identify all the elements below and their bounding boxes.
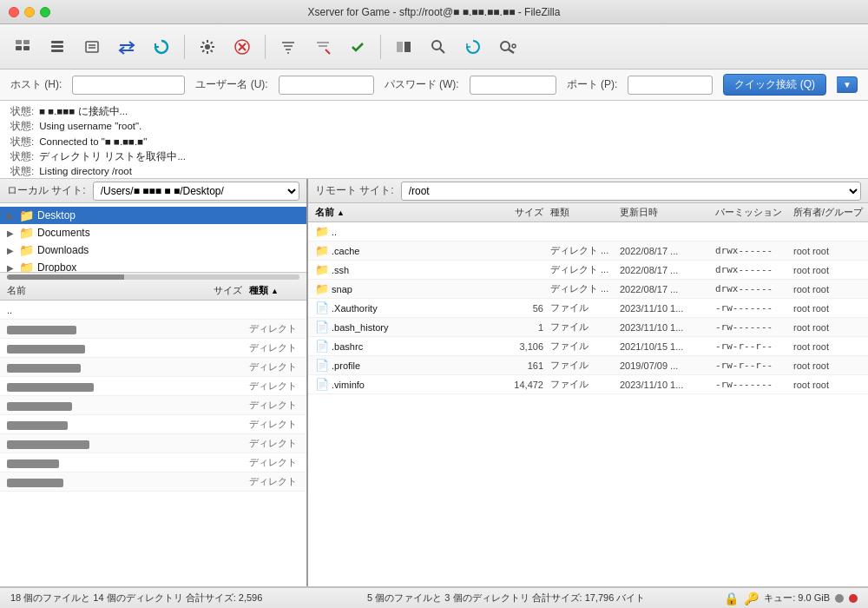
remote-panel-header: リモート サイト: /root (308, 179, 868, 203)
sync-button[interactable] (342, 31, 373, 63)
remote-col-name[interactable]: 名前 ▲ (308, 206, 486, 219)
remote-col-date[interactable]: 更新日時 (616, 206, 712, 219)
svg-rect-7 (86, 42, 98, 52)
port-input[interactable] (628, 76, 713, 95)
message-log-button[interactable] (76, 31, 108, 63)
host-label: ホスト (H): (10, 77, 62, 92)
title-bar: Xserver for Game - sftp://root@■ ■.■■.■■… (0, 0, 868, 24)
remote-file-row[interactable]: 📄 .viminfo 14,472 ファイル 2023/11/10 1... -… (308, 375, 868, 394)
window-title: Xserver for Game - sftp://root@■ ■.■■.■■… (308, 6, 561, 18)
tree-item-label: Dropbox (37, 261, 76, 273)
separator-1 (184, 35, 185, 59)
remote-file-row[interactable]: 📁 .. (308, 222, 868, 241)
remote-file-row[interactable]: 📄 .Xauthority 56 ファイル 2023/11/10 1... -r… (308, 299, 868, 318)
folder-icon: 📁 (19, 208, 34, 222)
remote-col-type[interactable]: 種類 (547, 206, 616, 219)
remote-path-select[interactable]: /root (401, 182, 861, 201)
toggle-filter-button[interactable] (307, 31, 339, 63)
remote-status: 5 個のファイルと 3 個のディレクトリ 合計サイズ: 17,796 バイト (367, 591, 724, 605)
svg-rect-4 (51, 41, 63, 43)
tree-item-documents[interactable]: ▶ 📁 Documents (0, 224, 306, 241)
col-size[interactable]: サイズ (185, 284, 246, 297)
tree-item-downloads[interactable]: ▶ 📁 Downloads (0, 241, 306, 259)
log-area: 状態: ■ ■.■■■ に接続中... 状態: Using username "… (0, 101, 868, 179)
file-row[interactable]: ディレクト (0, 339, 306, 358)
queue-window-button[interactable] (42, 31, 73, 63)
log-line-5: 状態: Listing directory /root (10, 164, 858, 179)
status-dot-red (849, 594, 858, 603)
maximize-button[interactable] (40, 7, 50, 17)
file-row[interactable]: ディレクト (0, 415, 306, 434)
remote-col-perm[interactable]: パーミッション (712, 206, 790, 219)
tree-item-dropbox[interactable]: ▶ 📁 Dropbox (0, 259, 306, 273)
tree-item-label: Desktop (37, 209, 76, 221)
remote-file-rows: 📁 .. 📁 .cache ディレクト ... 2022/08/17 ... d… (308, 222, 868, 394)
remote-file-row[interactable]: 📄 .profile 161 ファイル 2019/07/09 ... -rw-r… (308, 356, 868, 375)
log-line-4: 状態: ディレクトリ リストを取得中... (10, 149, 858, 164)
file-row[interactable]: ディレクト (0, 473, 306, 492)
remote-col-owner[interactable]: 所有者/グループ (790, 206, 868, 219)
remote-file-row[interactable]: 📁 snap ディレクト ... 2022/08/17 ... drwx----… (308, 280, 868, 299)
remote-col-size[interactable]: サイズ (486, 206, 547, 219)
remote-panel: リモート サイト: /root 名前 ▲ サイズ 種類 更新日時 パーミッション… (308, 179, 868, 586)
file-row[interactable]: .. (0, 301, 306, 320)
file-row[interactable]: ディレクト (0, 377, 306, 396)
host-input[interactable] (72, 76, 185, 95)
refresh-button[interactable] (457, 31, 489, 63)
port-label: ポート (P): (567, 77, 618, 92)
tree-item-desktop[interactable]: ▶ 📁 Desktop (0, 207, 306, 224)
reconnect-button[interactable] (146, 31, 177, 63)
remote-file-row[interactable]: 📄 .bash_history 1 ファイル 2023/11/10 1... -… (308, 318, 868, 337)
col-name[interactable]: 名前 (0, 284, 185, 297)
close-button[interactable] (9, 7, 19, 17)
svg-rect-3 (23, 46, 30, 50)
scroll-indicator[interactable] (7, 274, 299, 280)
local-path-select[interactable]: /Users/■ ■■■ ■ ■/Desktop/ (93, 182, 299, 201)
folder-icon: 📁 (19, 261, 34, 273)
local-file-list: 名前 サイズ 種類 ▲ .. ディレクト ディレクト (0, 281, 306, 586)
file-row[interactable]: ディレクト (0, 320, 306, 339)
folder-icon: 📁 (19, 226, 34, 240)
connect-button[interactable]: クイック接続 (Q) (723, 74, 826, 96)
cancel-button[interactable] (227, 31, 258, 63)
col-type[interactable]: 種類 ▲ (246, 284, 306, 297)
local-tree: ▶ 📁 Desktop ▶ 📁 Documents ▶ 📁 Downloads … (0, 203, 306, 273)
compare-button[interactable] (388, 31, 419, 63)
local-file-list-header: 名前 サイズ 種類 ▲ (0, 281, 306, 301)
toolbar (0, 24, 868, 69)
separator-3 (380, 35, 381, 59)
folder-icon: 📁 (19, 243, 34, 257)
main-content: ローカル サイト: /Users/■ ■■■ ■ ■/Desktop/ ▶ 📁 … (0, 179, 868, 587)
svg-rect-6 (51, 50, 63, 52)
status-dot-gray (835, 594, 844, 603)
file-row[interactable]: ディレクト (0, 434, 306, 453)
remote-file-row[interactable]: 📄 .bashrc 3,106 ファイル 2021/10/15 1... -rw… (308, 337, 868, 356)
remote-file-list: 名前 ▲ サイズ 種類 更新日時 パーミッション 所有者/グループ 📁 .. (308, 203, 868, 586)
transfer-button[interactable] (111, 31, 142, 63)
file-row[interactable]: ディレクト (0, 453, 306, 473)
remote-file-row[interactable]: 📁 .cache ディレクト ... 2022/08/17 ... drwx--… (308, 241, 868, 261)
connect-dropdown-button[interactable]: ▼ (837, 76, 858, 93)
file-row[interactable]: ディレクト (0, 396, 306, 415)
site-manager-button[interactable] (7, 31, 38, 63)
filter-button[interactable] (273, 31, 304, 63)
find-files-button[interactable] (492, 31, 523, 63)
svg-line-26 (509, 50, 514, 53)
password-input[interactable] (470, 76, 556, 95)
local-panel: ローカル サイト: /Users/■ ■■■ ■ ■/Desktop/ ▶ 📁 … (0, 179, 308, 586)
user-input[interactable] (279, 76, 374, 95)
minimize-button[interactable] (24, 7, 35, 17)
log-line-2: 状態: Using username "root". (10, 119, 858, 134)
settings-button[interactable] (192, 31, 223, 63)
svg-rect-1 (23, 40, 30, 44)
svg-point-25 (501, 42, 510, 50)
search-button[interactable] (423, 31, 454, 63)
svg-point-27 (512, 44, 516, 48)
tree-item-label: Downloads (37, 244, 89, 256)
remote-file-row[interactable]: 📁 .ssh ディレクト ... 2022/08/17 ... drwx----… (308, 261, 868, 280)
file-row[interactable]: ディレクト (0, 358, 306, 377)
separator-2 (265, 35, 266, 59)
tree-arrow: ▶ (7, 263, 16, 273)
status-bar: 18 個のファイルと 14 個のディレクトリ 合計サイズ: 2,596 5 個の… (0, 587, 868, 608)
svg-rect-2 (16, 46, 22, 50)
